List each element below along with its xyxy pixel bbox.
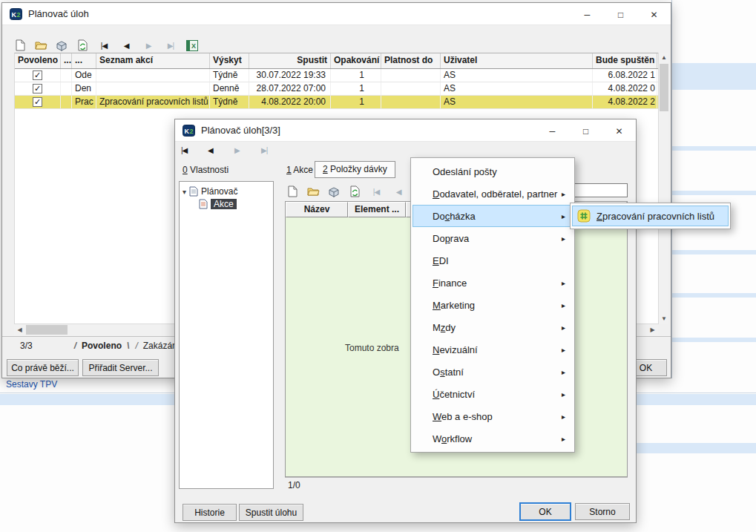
dialog-column-header-1[interactable]: Element ...: [348, 202, 406, 217]
column-header-0[interactable]: Povoleno: [15, 53, 61, 68]
enabled-checkbox[interactable]: ✓: [33, 97, 42, 107]
cell: [61, 82, 72, 95]
maximize-button[interactable]: [604, 3, 637, 24]
new-record-button[interactable]: [285, 184, 300, 199]
assign-server-button[interactable]: Přiřadit Server...: [82, 359, 159, 376]
column-header-1[interactable]: ...: [61, 53, 72, 68]
collapse-icon[interactable]: [183, 186, 186, 197]
column-header-3[interactable]: Seznam akcí: [96, 53, 210, 68]
column-header-6[interactable]: Opakování: [331, 53, 381, 68]
container-button[interactable]: [54, 38, 69, 53]
refresh-button[interactable]: [75, 38, 90, 53]
menu-item-nevizualni[interactable]: Nevizuální▸: [412, 338, 573, 361]
ok-button[interactable]: OK: [519, 502, 571, 521]
sestavy-tpv-link[interactable]: Sestavy TPV: [6, 379, 57, 390]
close-button[interactable]: [602, 119, 636, 141]
run-task-button[interactable]: Spustit úlohu: [239, 504, 303, 521]
menu-item-workflow[interactable]: Workflow▸: [412, 427, 573, 450]
menu-item-ucetnictvi[interactable]: Účetnictví▸: [412, 383, 573, 405]
container-button[interactable]: [326, 184, 341, 199]
column-header-9[interactable]: Bude spuštěn: [593, 53, 657, 68]
scroll-up-icon[interactable]: [659, 53, 669, 63]
last-record-button[interactable]: [162, 38, 179, 53]
close-button[interactable]: [637, 3, 671, 24]
whats-running-button[interactable]: Co právě běží...: [7, 359, 79, 376]
dialog-column-header-0[interactable]: Název: [286, 202, 348, 217]
tree-node-planovac[interactable]: Plánovač: [181, 185, 272, 197]
enabled-checkbox[interactable]: ✓: [33, 84, 42, 93]
scroll-left-icon[interactable]: [14, 324, 25, 335]
dialog-titlebar[interactable]: K2 Plánovač úloh[3/3]: [175, 119, 636, 142]
cell: 1: [331, 69, 381, 82]
main-titlebar[interactable]: K2 Plánovač úloh: [2, 3, 671, 25]
column-header-5[interactable]: Spustit: [249, 53, 331, 68]
svg-text:K: K: [11, 11, 16, 19]
first-record-button[interactable]: [368, 184, 384, 199]
close-icon: [650, 7, 657, 21]
scrollbar-thumb[interactable]: [26, 325, 68, 335]
submenu-arrow-icon: ▸: [562, 212, 565, 220]
column-header-8[interactable]: Uživatel: [441, 53, 593, 68]
minimize-button[interactable]: [536, 119, 569, 141]
cell: Den: [72, 82, 96, 95]
menu-item-dochazka[interactable]: Docházka▸: [412, 205, 573, 227]
history-button[interactable]: Historie: [183, 504, 237, 521]
maximize-button[interactable]: [569, 119, 602, 141]
task-row[interactable]: ✓PracZpracování pracovních listůTýdně4.0…: [15, 96, 658, 109]
filter-tab-0[interactable]: Povoleno: [71, 339, 133, 352]
column-header-4[interactable]: Výskyt: [210, 53, 249, 68]
menu-item-marketing[interactable]: Marketing▸: [412, 294, 573, 316]
menu-item-ostatni[interactable]: Ostatní▸: [412, 361, 573, 383]
scrollbar-thumb[interactable]: [660, 64, 668, 111]
maximize-icon: [583, 124, 588, 137]
cancel-button[interactable]: Storno: [575, 503, 630, 520]
quick-search-input[interactable]: [572, 183, 628, 197]
vertical-scrollbar[interactable]: [658, 53, 668, 324]
first-record-button[interactable]: [96, 38, 112, 53]
properties-label[interactable]: 0 Vlastnosti: [183, 165, 229, 175]
menu-item-web-a-eshop[interactable]: Web a e-shop▸: [412, 405, 573, 427]
menu-item-odeslani-posty[interactable]: Odeslání pošty: [412, 160, 573, 183]
tree-node-label: Akce: [211, 199, 237, 209]
filter-tabs: PovolenoZakázán: [71, 339, 188, 352]
scroll-down-icon[interactable]: [659, 314, 669, 324]
enabled-checkbox[interactable]: ✓: [33, 70, 42, 80]
next-record-button[interactable]: [234, 146, 251, 154]
previous-record-button[interactable]: [208, 146, 224, 154]
open-folder-button[interactable]: [306, 184, 321, 199]
menu-item-dodavatel-odberatel-partner[interactable]: Dodavatel, odběratel, partner▸: [412, 183, 573, 205]
menu-item-label: Nevizuální: [433, 344, 478, 355]
scroll-right-icon[interactable]: [647, 324, 658, 335]
cell: AS: [441, 82, 593, 95]
open-folder-button[interactable]: [33, 38, 48, 53]
first-record-button[interactable]: [181, 146, 197, 154]
column-header-7[interactable]: Platnost do: [381, 53, 441, 68]
background-row-highlight: [672, 63, 756, 90]
last-record-button[interactable]: [261, 146, 277, 154]
refresh-button[interactable]: [347, 184, 362, 199]
task-table-body: ✓OdeTýdně30.07.2022 19:331AS6.08.2022 1✓…: [15, 69, 658, 109]
previous-record-button[interactable]: [118, 38, 134, 53]
excel-export-button[interactable]: X: [185, 38, 200, 53]
minimize-button[interactable]: [571, 3, 604, 24]
menu-item-zpracovani-pracovnich-listu[interactable]: Zpracování pracovních listů: [572, 206, 729, 226]
submenu-arrow-icon: ▸: [562, 346, 565, 354]
background-row-stripe: [672, 250, 756, 254]
task-row[interactable]: ✓OdeTýdně30.07.2022 19:331AS6.08.2022 1: [15, 69, 658, 82]
batch-items-tab[interactable]: 2 Položky dávky: [315, 161, 395, 178]
task-row[interactable]: ✓DenDenně28.07.2022 07:001AS4.08.2022 0: [15, 82, 658, 96]
new-record-button[interactable]: [13, 38, 27, 53]
actions-context-menu: Odeslání poštyDodavatel, odběratel, part…: [410, 157, 575, 453]
menu-item-finance[interactable]: Finance▸: [412, 272, 573, 294]
tree-node-akce[interactable]: Akce: [181, 197, 272, 210]
menu-item-edi[interactable]: EDI: [412, 249, 573, 272]
previous-record-button[interactable]: [390, 184, 407, 199]
next-record-button[interactable]: [140, 38, 157, 53]
menu-item-doprava[interactable]: Doprava▸: [412, 227, 573, 249]
cell: ✓: [15, 69, 61, 82]
actions-tab-label[interactable]: 1 Akce: [286, 165, 313, 175]
column-header-2[interactable]: ...: [72, 53, 96, 68]
menu-item-label: Zpracování pracovních listů: [596, 211, 714, 222]
menu-item-mzdy[interactable]: Mzdy▸: [412, 316, 573, 338]
menu-item-label: EDI: [433, 255, 449, 266]
